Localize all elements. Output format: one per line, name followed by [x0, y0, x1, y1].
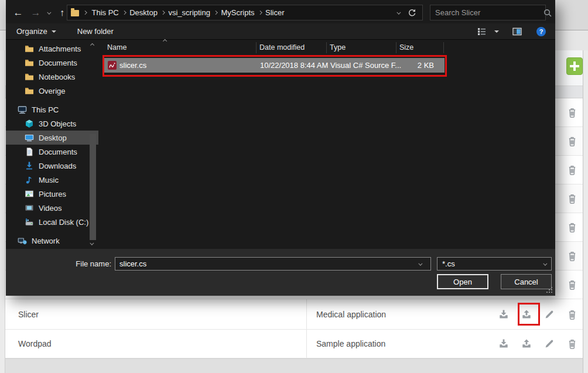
network-icon: [18, 236, 27, 245]
refresh-icon[interactable]: [407, 8, 416, 18]
sidebar-item-label: Videos: [39, 204, 62, 213]
sidebar-item-notebooks[interactable]: Notebooks: [6, 70, 98, 84]
address-row: This PC Desktop vsi_scripting MyScripts …: [6, 5, 555, 20]
breadcrumb-desktop[interactable]: Desktop: [125, 8, 162, 17]
forward-icon[interactable]: [28, 5, 43, 20]
cancel-button-label: Cancel: [514, 278, 538, 286]
recent-locations-chevron-icon[interactable]: [45, 5, 54, 20]
scrollbar-thumb[interactable]: [90, 134, 96, 240]
sidebar-item-documents-qa[interactable]: Documents: [6, 56, 98, 70]
scroll-down-icon[interactable]: [90, 241, 94, 245]
file-row-slicer-cs[interactable]: slicer.cs 10/22/2018 8:44 AM Visual C# S…: [103, 58, 445, 73]
sidebar-item-local-disk[interactable]: Local Disk (C:): [6, 215, 98, 229]
sidebar-item-overige[interactable]: Overige: [6, 84, 98, 98]
picture-icon: [25, 189, 34, 199]
trash-icon: [566, 193, 578, 204]
computer-icon: [18, 105, 27, 114]
help-icon[interactable]: [536, 27, 546, 36]
breadcrumb-slicer[interactable]: Slicer: [261, 8, 289, 17]
delete-button[interactable]: [566, 338, 578, 350]
delete-button[interactable]: [566, 107, 578, 118]
cube-icon: [25, 119, 34, 128]
sidebar-item-desktop[interactable]: Desktop: [6, 131, 98, 145]
delete-button[interactable]: [566, 279, 578, 290]
delete-button[interactable]: [566, 135, 578, 147]
delete-button[interactable]: [566, 250, 578, 262]
file-name: slicer.cs: [119, 61, 146, 70]
sidebar-item-music[interactable]: Music: [6, 173, 98, 187]
view-details-icon[interactable]: [477, 27, 487, 36]
delete-button[interactable]: [566, 164, 578, 176]
sidebar-item-network[interactable]: Network: [6, 234, 98, 248]
open-button[interactable]: Open: [437, 274, 488, 289]
sort-ascending-icon: [163, 39, 166, 43]
new-folder-button[interactable]: New folder: [77, 27, 114, 36]
download-button[interactable]: [498, 309, 510, 320]
filter-chevron-icon: [543, 262, 547, 265]
dialog-toolbar: Organize New folder: [6, 23, 555, 40]
sidebar-item-label: Documents: [39, 148, 77, 156]
sidebar-item-label: Network: [32, 237, 60, 245]
trash-icon: [566, 221, 578, 233]
trash-icon: [566, 164, 578, 176]
sidebar-scrollbar[interactable]: [88, 40, 98, 249]
column-header-type[interactable]: Type: [330, 43, 346, 52]
sidebar-item-this-pc[interactable]: This PC: [6, 102, 98, 117]
cancel-button[interactable]: Cancel: [501, 274, 552, 289]
column-header-size[interactable]: Size: [399, 43, 413, 52]
search-box: [430, 5, 546, 20]
sidebar-item-documents[interactable]: Documents: [6, 145, 98, 159]
sidebar-item-label: Downloads: [39, 162, 76, 170]
open-button-label: Open: [453, 278, 472, 286]
upload-icon: [521, 338, 532, 350]
sidebar-item-label: Local Disk (C:): [39, 218, 88, 227]
sidebar-item-label: 3D Objects: [39, 119, 76, 128]
pencil-icon: [543, 338, 555, 350]
breadcrumb-vsi-scripting[interactable]: vsi_scripting: [164, 8, 214, 17]
address-dropdown-chevron-icon[interactable]: [397, 11, 401, 14]
resize-grip[interactable]: [551, 292, 552, 293]
table-row-slicer: Slicer Medical application: [5, 299, 583, 330]
breadcrumb-this-pc[interactable]: This PC: [88, 8, 123, 17]
delete-button[interactable]: [566, 221, 578, 233]
sidebar-item-downloads[interactable]: Downloads: [6, 159, 98, 173]
sidebar-item-pictures[interactable]: Pictures: [6, 187, 98, 201]
delete-button[interactable]: [566, 309, 578, 320]
search-input[interactable]: [430, 8, 543, 17]
application-name: Slicer: [18, 299, 39, 329]
add-application-button[interactable]: [566, 57, 583, 75]
sidebar-item-3d-objects[interactable]: 3D Objects: [6, 117, 98, 131]
sidebar-item-videos[interactable]: Videos: [6, 201, 98, 215]
trash-icon: [566, 279, 578, 290]
preview-pane-icon[interactable]: [512, 28, 522, 36]
edit-button[interactable]: [543, 338, 555, 350]
file-type-filter-select[interactable]: *.cs: [437, 257, 552, 271]
desktop-icon: [25, 133, 34, 142]
breadcrumb-myscripts[interactable]: MyScripts: [217, 8, 258, 17]
scroll-up-icon[interactable]: [90, 43, 94, 47]
table-row-wordpad: Wordpad Sample application: [5, 330, 583, 358]
file-name-input[interactable]: [115, 257, 431, 271]
upload-button[interactable]: [521, 309, 532, 320]
document-icon: [25, 147, 34, 156]
file-list-header: Name Date modified Type Size: [102, 41, 555, 54]
file-open-dialog: This PC Desktop vsi_scripting MyScripts …: [6, 0, 555, 296]
view-dropdown-triangle-icon[interactable]: [494, 30, 499, 33]
download-button[interactable]: [498, 338, 510, 350]
video-icon: [25, 203, 34, 213]
column-header-date-modified[interactable]: Date modified: [259, 43, 305, 52]
sidebar-item-label: Documents: [39, 59, 77, 67]
edit-button[interactable]: [543, 309, 555, 320]
organize-menu[interactable]: Organize: [16, 27, 56, 36]
sidebar-item-label: Music: [39, 176, 59, 184]
address-bar[interactable]: This PC Desktop vsi_scripting MyScripts …: [67, 5, 423, 20]
back-icon[interactable]: [11, 5, 26, 20]
sidebar-item-label: Overige: [39, 87, 66, 95]
upload-button[interactable]: [521, 338, 532, 350]
organize-label: Organize: [16, 27, 47, 36]
column-header-name[interactable]: Name: [107, 43, 127, 52]
file-date-modified: 10/22/2018 8:44 AM: [260, 61, 328, 70]
folder-icon: [71, 10, 79, 16]
sidebar-item-attachments[interactable]: Attachments: [6, 42, 98, 56]
delete-button[interactable]: [566, 193, 578, 204]
